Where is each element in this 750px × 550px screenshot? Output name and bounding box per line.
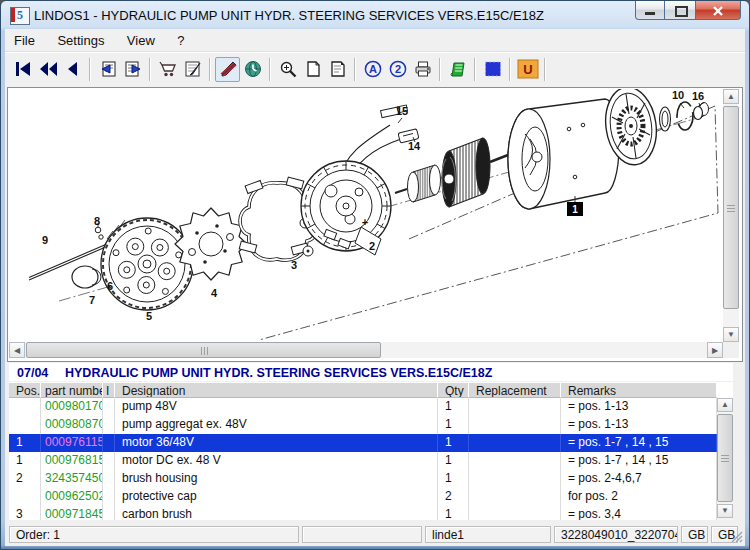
table-row[interactable]: 0009808703pump aggregat ex. 48V1= pos. 1…	[9, 416, 733, 434]
cell-pos: 1	[9, 452, 41, 470]
auto-number-icon: 2	[388, 60, 408, 78]
print-icon	[413, 60, 433, 78]
cell-remarks: = pos. 1-13	[561, 398, 717, 416]
cell-replacement	[469, 506, 561, 520]
scroll-left-button[interactable]: ◀	[9, 342, 25, 358]
cell-replacement	[469, 398, 561, 416]
column-header-qty[interactable]: Qty	[438, 382, 469, 398]
auto-number-button[interactable]: 2	[385, 57, 410, 82]
menu-file[interactable]: File	[5, 29, 44, 48]
catalog-code: 07/04	[17, 366, 48, 380]
auto-letter-button[interactable]: A	[360, 57, 385, 82]
part-label-14: 14	[408, 140, 421, 152]
app-logo-icon: 5	[10, 7, 30, 25]
scroll-thumb[interactable]	[723, 106, 739, 309]
cell-part: 0009768153	[41, 452, 103, 470]
table-row[interactable]: 10009768153motor DC ex. 48 V1= pos. 1-7 …	[9, 452, 733, 470]
cell-pos	[9, 416, 41, 434]
minimize-button[interactable]	[635, 1, 665, 20]
exploded-diagram[interactable]: 9876543215141016+1	[9, 89, 723, 342]
go-first-icon	[13, 60, 33, 78]
maximize-button[interactable]	[665, 1, 696, 20]
part-label-10: 10	[672, 89, 684, 101]
column-header-part-number[interactable]: part number	[41, 382, 103, 398]
scroll-down-button[interactable]: ▼	[723, 327, 739, 342]
table-row[interactable]: 23243574502brush housing1= pos. 2-4,6,7	[9, 470, 733, 488]
go-previous-fast-button[interactable]	[35, 57, 60, 82]
scroll-thumb[interactable]	[26, 342, 381, 358]
go-previous-fast-icon	[38, 60, 58, 78]
cell-qty: 1	[438, 506, 469, 520]
table-row[interactable]: 0009625026protective cap2for pos. 2	[9, 488, 733, 506]
order-form-icon	[183, 60, 203, 78]
scroll-up-button[interactable]: ▲	[717, 398, 733, 412]
maximize-icon	[675, 6, 688, 17]
part-label-16: 16	[692, 90, 704, 102]
cell-pos: 3	[9, 506, 41, 520]
toolbar-separator	[354, 58, 356, 81]
table-row[interactable]: 0009801703pump 48V1= pos. 1-13	[9, 398, 733, 416]
cell-designation: carbon brush	[115, 506, 438, 520]
cell-replacement	[469, 470, 561, 488]
pen-marker-button[interactable]	[215, 57, 240, 82]
resize-grip-icon[interactable]	[731, 531, 743, 543]
status-language-1: GB	[681, 526, 708, 543]
part-label-15: 15	[396, 105, 408, 117]
cell-part: 0009625026	[41, 488, 103, 506]
copy-page-button[interactable]	[325, 57, 350, 82]
column-header-replacement[interactable]: Replacement	[469, 382, 561, 398]
cell-part: 0009761153	[41, 434, 103, 452]
report-next-button[interactable]	[120, 57, 145, 82]
menu-view[interactable]: View	[118, 29, 164, 48]
parts-table: Pos. part number I Designation Qty Repla…	[9, 382, 733, 520]
part-label-3: 3	[291, 259, 297, 271]
notes-button[interactable]	[445, 57, 470, 82]
cell-designation: brush housing	[115, 470, 438, 488]
toolbar-separator	[509, 58, 511, 81]
cell-remarks: = pos. 1-7 , 14 , 15	[561, 452, 717, 470]
exploded-diagram-svg: 9876543215141016+1	[9, 89, 723, 342]
grid-blue-button[interactable]	[480, 57, 505, 82]
close-button[interactable]	[696, 1, 741, 20]
cell-remarks: = pos. 3,4	[561, 506, 717, 520]
column-header-designation[interactable]: Designation	[115, 382, 438, 398]
shopping-cart-button[interactable]	[155, 57, 180, 82]
print-button[interactable]	[410, 57, 435, 82]
scroll-down-button[interactable]: ▼	[717, 504, 733, 518]
zoom-button[interactable]	[275, 57, 300, 82]
scroll-thumb[interactable]	[717, 414, 733, 502]
table-row[interactable]: 10009761153motor 36/48V1= pos. 1-7 , 14 …	[9, 434, 733, 452]
thumb-grip-icon	[721, 455, 729, 462]
cell-qty: 1	[438, 398, 469, 416]
menu-settings[interactable]: Settings	[48, 29, 113, 48]
toolbar-separator	[89, 58, 91, 81]
cell-i	[103, 434, 115, 452]
units-button[interactable]: U	[515, 57, 540, 82]
arrow-right-icon: ▶	[712, 346, 718, 355]
arrow-up-icon: ▲	[721, 400, 729, 409]
world-clock-button[interactable]	[240, 57, 265, 82]
column-header-i[interactable]: I	[103, 382, 115, 398]
toolbar-separator	[439, 58, 441, 81]
parts-table-body: 0009801703pump 48V1= pos. 1-130009808703…	[9, 398, 733, 520]
drawing-horizontal-scrollbar[interactable]: ◀ ▶	[9, 342, 723, 358]
table-vertical-scrollbar[interactable]: ▲ ▼	[717, 398, 733, 520]
cell-part: 0009808703	[41, 416, 103, 434]
grid-blue-icon	[483, 60, 503, 78]
scroll-up-button[interactable]: ▲	[723, 89, 739, 104]
status-bar: Order: 1 linde1 3228049010_3220704 GB GB	[5, 522, 745, 546]
go-first-button[interactable]	[10, 57, 35, 82]
auto-letter-icon: A	[363, 60, 383, 78]
pen-marker-icon	[218, 60, 238, 78]
new-page-button[interactable]	[300, 57, 325, 82]
title-bar[interactable]: 5 LINDOS1 - HYDRAULIC PUMP UNIT HYDR. ST…	[1, 1, 749, 29]
scroll-right-button[interactable]: ▶	[707, 342, 723, 358]
column-header-remarks[interactable]: Remarks	[561, 382, 717, 398]
order-form-button[interactable]	[180, 57, 205, 82]
column-header-pos[interactable]: Pos.	[9, 382, 41, 398]
drawing-vertical-scrollbar[interactable]: ▲ ▼	[723, 89, 739, 342]
menu-help[interactable]: ?	[168, 29, 193, 48]
report-previous-button[interactable]	[95, 57, 120, 82]
table-row[interactable]: 30009718453carbon brush1= pos. 3,4	[9, 506, 733, 520]
go-previous-button[interactable]	[60, 57, 85, 82]
